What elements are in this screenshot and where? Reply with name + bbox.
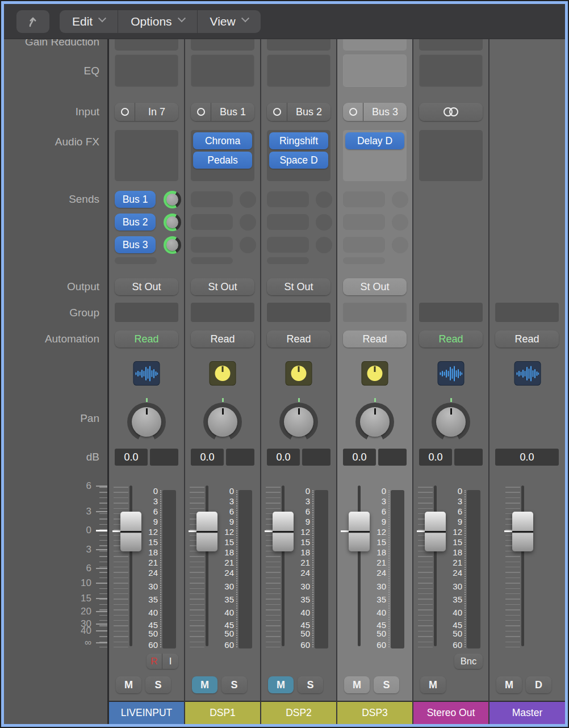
- empty-send-slot[interactable]: [343, 257, 385, 264]
- fader-handle[interactable]: [512, 512, 533, 551]
- peak-db-value[interactable]: [302, 449, 330, 466]
- plugin-button[interactable]: Chroma: [193, 132, 252, 149]
- group-slot[interactable]: [267, 303, 330, 322]
- solo-button[interactable]: S: [221, 676, 247, 693]
- automation-mode-button[interactable]: Read: [343, 330, 407, 348]
- fader-handle[interactable]: [425, 512, 446, 551]
- volume-db-value[interactable]: 0.0: [191, 449, 224, 466]
- peak-db-value[interactable]: [226, 449, 254, 466]
- output-button[interactable]: St Out: [191, 278, 254, 295]
- mute-button[interactable]: M: [268, 676, 294, 693]
- solo-button[interactable]: S: [298, 676, 323, 693]
- eq-slot[interactable]: [343, 55, 407, 87]
- peak-db-value[interactable]: [454, 449, 483, 466]
- volume-db-value[interactable]: 0.0: [115, 449, 148, 466]
- fader-track[interactable]: [282, 486, 284, 646]
- knob-track-icon[interactable]: [286, 361, 312, 386]
- eq-slot[interactable]: [267, 55, 330, 87]
- waveform-track-icon[interactable]: [133, 361, 160, 386]
- eq-slot[interactable]: [191, 55, 254, 87]
- eq-slot[interactable]: [115, 55, 178, 87]
- fader-handle[interactable]: [273, 512, 294, 551]
- solo-button[interactable]: S: [145, 676, 171, 693]
- volume-db-value[interactable]: 0.0: [419, 449, 452, 466]
- mute-button[interactable]: M: [116, 676, 141, 693]
- fader-handle[interactable]: [349, 512, 370, 551]
- input-button[interactable]: Bus 2: [267, 103, 330, 121]
- fader-track[interactable]: [434, 486, 437, 646]
- empty-send-slot[interactable]: [191, 257, 233, 264]
- waveform-track-icon[interactable]: [514, 361, 541, 386]
- plugin-button[interactable]: Ringshift: [269, 132, 328, 149]
- automation-mode-button[interactable]: Read: [191, 330, 254, 348]
- group-slot[interactable]: [191, 303, 254, 322]
- track-name-plate[interactable]: Master: [489, 701, 565, 724]
- empty-send-slot[interactable]: [115, 257, 157, 264]
- audio-fx-slot[interactable]: [115, 130, 178, 181]
- pan-knob[interactable]: [203, 398, 242, 442]
- automation-mode-button[interactable]: Read: [115, 330, 178, 348]
- plugin-button[interactable]: Space D: [269, 152, 328, 169]
- knob-track-icon[interactable]: [210, 361, 236, 386]
- output-button[interactable]: St Out: [115, 278, 178, 295]
- track-name-plate[interactable]: DSP2: [261, 701, 336, 724]
- pan-knob[interactable]: [431, 398, 471, 442]
- record-enable-button[interactable]: R: [147, 654, 162, 669]
- empty-send-slot[interactable]: [343, 191, 385, 207]
- automation-mode-button[interactable]: Read: [419, 330, 483, 348]
- group-slot[interactable]: [495, 303, 559, 322]
- empty-send-slot[interactable]: [267, 257, 309, 264]
- output-button[interactable]: St Out: [267, 278, 330, 295]
- track-name-plate[interactable]: DSP3: [337, 701, 412, 724]
- empty-send-slot[interactable]: [191, 237, 233, 253]
- menu-button[interactable]: View: [197, 10, 261, 33]
- mute-button[interactable]: M: [344, 676, 370, 693]
- mute-button[interactable]: M: [496, 676, 522, 693]
- fader-track[interactable]: [521, 486, 524, 646]
- fader-track[interactable]: [206, 486, 208, 646]
- track-name-plate[interactable]: DSP1: [185, 701, 260, 724]
- fader-handle[interactable]: [196, 512, 217, 551]
- plugin-button[interactable]: Pedals: [193, 152, 252, 169]
- input-button[interactable]: Bus 1: [191, 103, 254, 121]
- pan-knob[interactable]: [279, 398, 319, 442]
- menu-button[interactable]: Options: [118, 10, 196, 33]
- back-button[interactable]: [16, 10, 49, 33]
- eq-slot[interactable]: [419, 55, 483, 87]
- volume-db-value[interactable]: 0.0: [343, 449, 376, 466]
- peak-db-value[interactable]: [378, 449, 407, 466]
- menu-button[interactable]: Edit: [60, 10, 118, 33]
- bounce-button[interactable]: Bnc: [454, 654, 483, 669]
- waveform-track-icon[interactable]: [438, 361, 465, 386]
- empty-send-slot[interactable]: [191, 191, 233, 207]
- track-name-plate[interactable]: Stereo Out: [413, 701, 488, 724]
- pan-knob[interactable]: [127, 398, 166, 442]
- volume-db-value[interactable]: 0.0: [495, 449, 559, 466]
- fader-handle[interactable]: [120, 512, 141, 551]
- solo-button[interactable]: S: [374, 676, 399, 693]
- empty-send-slot[interactable]: [267, 214, 309, 230]
- pan-knob[interactable]: [355, 398, 395, 442]
- empty-send-slot[interactable]: [267, 191, 309, 207]
- automation-mode-button[interactable]: Read: [267, 330, 330, 348]
- fader-track[interactable]: [129, 486, 132, 646]
- input-button[interactable]: [419, 103, 483, 121]
- input-button[interactable]: In 7: [115, 103, 178, 121]
- input-button[interactable]: Bus 3: [343, 103, 407, 121]
- knob-track-icon[interactable]: [362, 361, 388, 386]
- track-name-plate[interactable]: LIVEINPUT: [109, 701, 184, 724]
- volume-db-value[interactable]: 0.0: [267, 449, 300, 466]
- empty-send-slot[interactable]: [343, 237, 385, 253]
- empty-send-slot[interactable]: [343, 214, 385, 230]
- automation-mode-button[interactable]: Read: [495, 330, 559, 348]
- group-slot[interactable]: [419, 303, 483, 322]
- empty-send-slot[interactable]: [191, 214, 233, 230]
- dim-button[interactable]: D: [526, 676, 551, 693]
- fader-track[interactable]: [358, 486, 361, 646]
- group-slot[interactable]: [343, 303, 407, 322]
- peak-db-value[interactable]: [150, 449, 178, 466]
- group-slot[interactable]: [115, 303, 178, 322]
- input-monitor-button[interactable]: I: [162, 654, 178, 669]
- plugin-button[interactable]: Delay D: [345, 132, 404, 149]
- empty-send-slot[interactable]: [267, 237, 309, 253]
